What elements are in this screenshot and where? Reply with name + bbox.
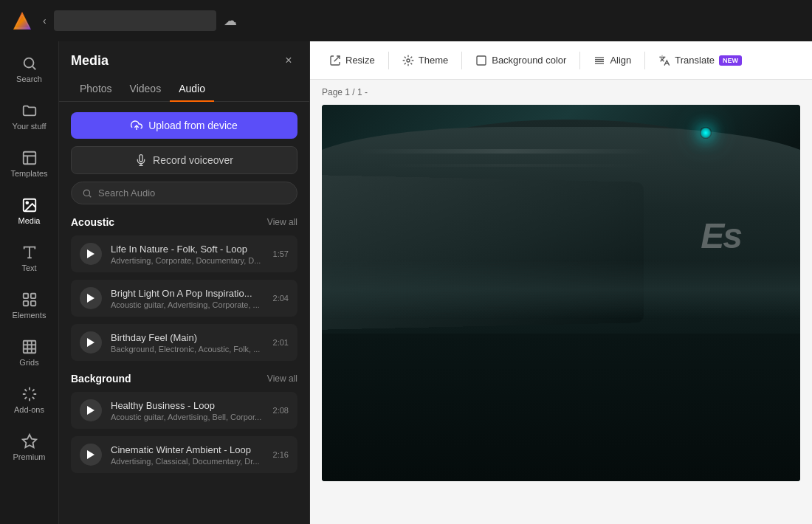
sidebar-label-media: Media <box>18 216 41 225</box>
canvas-scroll: Es <box>310 105 812 524</box>
play-button-5[interactable] <box>80 444 102 466</box>
track-duration-1: 1:57 <box>273 249 289 258</box>
background-section-title: Background <box>71 373 131 385</box>
acoustic-view-all[interactable]: View all <box>267 217 297 227</box>
resize-label: Resize <box>345 55 375 66</box>
acoustic-section-header: Acoustic View all <box>71 216 297 228</box>
track-cinematic-winter[interactable]: Cinematic Winter Ambient - Loop Advertis… <box>71 436 297 473</box>
svg-line-25 <box>89 195 92 197</box>
background-color-button[interactable]: Background color <box>468 50 574 71</box>
text-icon <box>21 244 38 261</box>
svg-marker-26 <box>87 249 94 258</box>
track-name-4: Healthy Business - Loop <box>111 400 264 411</box>
tab-photos[interactable]: Photos <box>71 77 121 102</box>
play-icon <box>87 294 94 303</box>
sidebar-item-media[interactable]: Media <box>3 189 56 233</box>
sidebar-item-your-stuff[interactable]: Your stuff <box>3 94 56 139</box>
background-section-header: Background View all <box>71 373 297 385</box>
track-name-1: Life In Nature - Folk, Soft - Loop <box>111 244 264 255</box>
translate-new-badge: NEW <box>719 55 742 66</box>
addons-icon <box>21 386 38 402</box>
svg-rect-33 <box>477 56 486 65</box>
svg-rect-4 <box>23 152 35 165</box>
car-background: Es <box>322 105 800 481</box>
play-button-2[interactable] <box>80 287 102 309</box>
panel-close-button[interactable]: × <box>280 52 297 69</box>
sidebar-label-addons: Add-ons <box>14 405 44 414</box>
tab-audio[interactable]: Audio <box>170 77 214 102</box>
track-healthy-business[interactable]: Healthy Business - Loop Acoustic guitar,… <box>71 392 297 429</box>
svg-point-24 <box>83 190 89 196</box>
svg-rect-15 <box>23 341 35 354</box>
grid-icon <box>21 339 38 355</box>
sidebar-item-search[interactable]: Search <box>3 47 56 92</box>
svg-line-3 <box>32 66 35 69</box>
play-button-4[interactable] <box>80 399 102 421</box>
svg-rect-12 <box>30 294 35 298</box>
play-button-3[interactable] <box>80 331 102 354</box>
svg-rect-14 <box>30 301 35 306</box>
media-panel: Media × Photos Videos Audio Upload from … <box>59 41 310 524</box>
svg-marker-27 <box>87 294 94 303</box>
track-bright-light[interactable]: Bright Light On A Pop Inspiratio... Acou… <box>71 280 297 317</box>
search-input[interactable] <box>98 187 286 199</box>
sidebar-label-search: Search <box>16 75 42 83</box>
premium-icon <box>21 433 38 449</box>
car-line-detail <box>322 260 800 319</box>
track-tags-3: Background, Electronic, Acoustic, Folk, … <box>111 345 264 354</box>
track-info-1: Life In Nature - Folk, Soft - Loop Adver… <box>111 244 264 265</box>
track-name-5: Cinematic Winter Ambient - Loop <box>111 444 264 455</box>
background-view-all[interactable]: View all <box>267 373 297 384</box>
track-life-in-nature[interactable]: Life In Nature - Folk, Soft - Loop Adver… <box>71 235 297 272</box>
svg-point-8 <box>26 201 28 204</box>
sidebar-label-templates: Templates <box>10 169 47 178</box>
sidebar-item-premium[interactable]: Premium <box>3 425 56 469</box>
sidebar-item-elements[interactable]: Elements <box>3 283 56 328</box>
upload-from-device-button[interactable]: Upload from device <box>71 112 297 139</box>
record-voiceover-button[interactable]: Record voiceover <box>71 146 297 174</box>
track-birthday-feel[interactable]: Birthday Feel (Main) Background, Electro… <box>71 324 297 361</box>
sidebar-item-addons[interactable]: Add-ons <box>3 378 56 422</box>
sidebar-item-text[interactable]: Text <box>3 236 56 280</box>
play-button-1[interactable] <box>80 243 102 265</box>
track-info-4: Healthy Business - Loop Acoustic guitar,… <box>111 400 264 421</box>
theme-label: Theme <box>419 55 448 66</box>
translate-label: Translate <box>675 55 715 66</box>
track-duration-5: 2:16 <box>273 450 289 459</box>
resize-icon <box>329 55 341 66</box>
search-input-icon <box>82 188 92 199</box>
panel-title: Media <box>71 53 109 69</box>
svg-rect-13 <box>23 301 27 306</box>
theme-icon <box>402 55 414 66</box>
layout-icon <box>21 150 38 166</box>
resize-button[interactable]: Resize <box>322 50 382 71</box>
svg-line-31 <box>334 56 340 61</box>
app-logo[interactable] <box>9 7 35 34</box>
translate-button[interactable]: Translate NEW <box>651 50 749 71</box>
toolbar-divider-3 <box>579 52 580 69</box>
background-color-icon <box>475 55 487 66</box>
toolbar-divider-4 <box>644 52 645 69</box>
sidebar-item-templates[interactable]: Templates <box>3 142 56 186</box>
cloud-icon[interactable]: ☁ <box>224 13 237 29</box>
editor-toolbar: Resize Theme Background color <box>310 41 812 80</box>
align-button[interactable]: Align <box>586 50 639 71</box>
main-layout: Search Your stuff Templates Media Text <box>0 41 812 524</box>
track-duration-3: 2:01 <box>273 338 289 347</box>
sidebar-item-grids[interactable]: Grids <box>3 331 56 375</box>
play-icon <box>87 249 94 258</box>
sidebar-label-elements: Elements <box>13 311 47 320</box>
upload-icon <box>131 120 142 131</box>
align-icon <box>593 55 605 66</box>
panel-content: Upload from device Record voiceover Acou… <box>59 102 309 524</box>
search-icon <box>21 55 38 72</box>
sidebar-toggle[interactable]: ‹ <box>43 15 47 27</box>
track-duration-2: 2:04 <box>273 294 289 303</box>
theme-button[interactable]: Theme <box>395 50 455 71</box>
tab-videos[interactable]: Videos <box>121 77 171 102</box>
sidebar-label-premium: Premium <box>13 452 45 461</box>
track-tags-1: Advertising, Corporate, Documentary, D..… <box>111 256 264 265</box>
background-color-label: Background color <box>492 55 566 66</box>
audio-search-box[interactable] <box>71 182 297 204</box>
svg-marker-20 <box>22 435 35 447</box>
